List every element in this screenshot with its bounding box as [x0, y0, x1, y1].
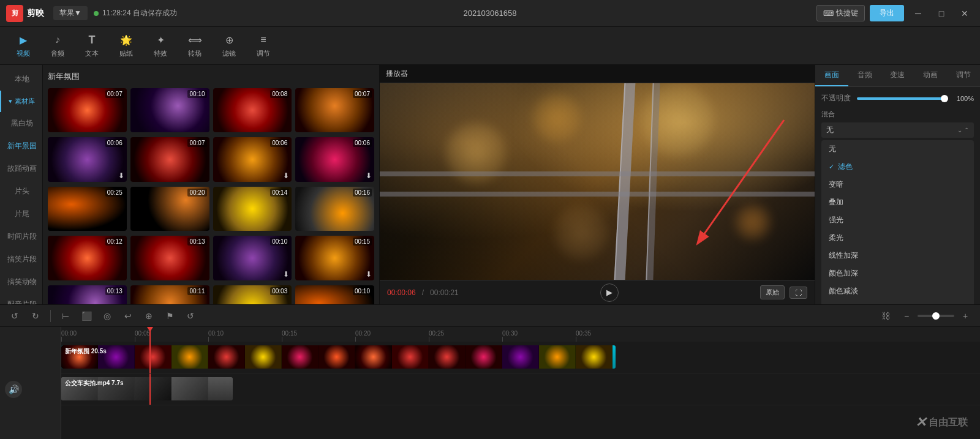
tool-sticker[interactable]: 🌟 贴纸 [109, 29, 143, 62]
blend-colordodge[interactable]: 颜色减淡 [821, 282, 974, 300]
play-button[interactable]: ▶ [600, 283, 619, 302]
redo-button[interactable]: ↻ [27, 307, 44, 325]
frame-11 [429, 345, 466, 369]
sidebar-folklore[interactable]: 故踊动画 [0, 157, 42, 180]
opacity-slider[interactable] [857, 97, 944, 100]
tool-effects-label: 特效 [154, 49, 167, 58]
menu-button[interactable]: 苹果▼ [53, 6, 88, 20]
export-button[interactable]: 导出 [870, 5, 904, 21]
material-item-19[interactable]: 00:03 [213, 285, 292, 304]
material-item-11[interactable]: 00:14 [213, 187, 292, 231]
material-item-10[interactable]: 00:20 [130, 187, 209, 231]
tool-audio[interactable]: ♪ 音频 [40, 29, 75, 62]
sidebar-newyear[interactable]: 新年景国 [0, 135, 42, 157]
material-item-2[interactable]: 00:10 [130, 88, 209, 132]
sidebar-bgm[interactable]: 配音片段 [0, 293, 42, 304]
material-item-9[interactable]: 00:25 [48, 187, 127, 231]
undo-button[interactable]: ↺ [6, 307, 23, 325]
flag-button[interactable]: ⚑ [161, 307, 178, 325]
material-item-5[interactable]: 00:06 ⬇ [48, 137, 127, 181]
sub-track: 公交车实拍.mp4 7.7s [61, 373, 980, 405]
sidebar-local[interactable]: 本地 [0, 68, 42, 91]
material-item-4[interactable]: 00:07 [295, 88, 374, 132]
link-button[interactable]: ⛓ [877, 307, 894, 325]
wm-x-icon: ✕ [915, 415, 926, 430]
fullscreen-btn[interactable]: ⛶ [790, 287, 807, 299]
material-item-18[interactable]: 00:11 [130, 285, 209, 304]
minimize-button[interactable]: ─ [909, 4, 927, 23]
material-item-6[interactable]: 00:07 [130, 137, 209, 181]
main-clip[interactable]: 新年氛围 20.5s [61, 345, 616, 369]
blend-overlay[interactable]: 叠加 [821, 193, 974, 211]
material-item-15[interactable]: 00:10 ⬇ [213, 236, 292, 280]
extra-button[interactable]: ↺ [182, 307, 199, 325]
tab-speed[interactable]: 变速 [881, 65, 914, 86]
mark-0: 00:00 [61, 330, 77, 342]
opacity-thumb[interactable] [941, 95, 948, 102]
dropdown-header[interactable]: 无 ⌄ ⌃ [821, 122, 974, 138]
material-item-3[interactable]: 00:08 [213, 88, 292, 132]
sidebar-ending[interactable]: 片尾 [0, 203, 42, 225]
blend-screen-label: 滤色 [838, 162, 853, 172]
blend-softlight[interactable]: 柔光 [821, 229, 974, 247]
original-btn[interactable]: 原始 [760, 285, 785, 299]
tab-picture[interactable]: 画面 [815, 65, 848, 86]
add-button[interactable]: ⊕ [140, 307, 157, 325]
material-item-17[interactable]: 00:13 [48, 285, 127, 304]
tool-video[interactable]: ▶ 视频 [6, 29, 40, 62]
ruler-playhead[interactable] [149, 327, 151, 342]
speaker-button[interactable]: 🔊 [5, 381, 22, 398]
project-title: 202103061658 [464, 9, 517, 18]
sidebar-opening[interactable]: 片头 [0, 180, 42, 203]
blend-linearburn-label: 线性加深 [829, 250, 858, 261]
material-item-20[interactable]: 00:10 [295, 285, 374, 304]
preview-title: 播放器 [386, 69, 408, 78]
blend-none[interactable]: 无 [821, 140, 974, 158]
right-tabs: 画面 音频 变速 动画 调节 [815, 65, 980, 87]
sidebar-funny[interactable]: 搞笑片段 [0, 248, 42, 271]
tab-animation[interactable]: 动画 [914, 65, 947, 86]
sub-clip[interactable]: 公交车实拍.mp4 7.7s [61, 377, 233, 400]
frame-8 [318, 345, 355, 369]
zoom-in-button[interactable]: + [957, 307, 974, 325]
tab-adjust[interactable]: 调节 [947, 65, 980, 86]
material-item-8[interactable]: 00:06 ⬇ [295, 137, 374, 181]
tool-transition[interactable]: ⟺ 转场 [178, 29, 212, 62]
material-item-14[interactable]: 00:13 [130, 236, 209, 280]
zoom-out-button[interactable]: − [898, 307, 915, 325]
material-item-13[interactable]: 00:12 [48, 236, 127, 280]
duration-5: 00:06 [105, 139, 124, 147]
material-item-12[interactable]: 00:16 [295, 187, 374, 231]
tool-adjust[interactable]: ≡ 调节 [246, 29, 281, 62]
duration-16: 00:15 [353, 238, 372, 246]
split-button[interactable]: ⊢ [57, 307, 74, 325]
sidebar-blackfield[interactable]: 黑白场 [0, 112, 42, 135]
expand-icon: ⌄ ⌃ [957, 127, 969, 133]
blend-section-label: 混合 [821, 110, 974, 119]
blend-colorburn[interactable]: 颜色加深 [821, 265, 974, 282]
frame-9 [355, 345, 392, 369]
tool-effects[interactable]: ✦ 特效 [143, 29, 178, 62]
crop-button[interactable]: ⬛ [78, 307, 95, 325]
tool-text[interactable]: T 文本 [75, 29, 109, 62]
tab-audio[interactable]: 音频 [848, 65, 881, 86]
close-button[interactable]: ✕ [956, 4, 974, 23]
sidebar-funnyanimals[interactable]: 搞笑动物 [0, 271, 42, 293]
material-item-7[interactable]: 00:06 ⬇ [213, 137, 292, 181]
blend-multiply[interactable]: 正片叠底 [821, 300, 974, 304]
maximize-button[interactable]: □ [932, 4, 951, 23]
sidebar-timeframe[interactable]: 时间片段 [0, 225, 42, 248]
tool-filter[interactable]: ⊕ 滤镜 [212, 29, 246, 62]
adjust-icon: ≡ [257, 33, 270, 47]
rotate-button[interactable]: ↩ [119, 307, 137, 325]
material-item-16[interactable]: 00:15 ⬇ [295, 236, 374, 280]
material-item-1[interactable]: 00:07 [48, 88, 127, 132]
blend-screen[interactable]: ✓ 滤色 [821, 158, 974, 176]
filter-icon: ⊕ [222, 33, 236, 47]
blend-darken[interactable]: 变暗 [821, 176, 974, 193]
blend-hardlight[interactable]: 强光 [821, 211, 974, 229]
shortcut-button[interactable]: ⌨ 快捷键 [816, 5, 865, 21]
loop-button[interactable]: ◎ [99, 307, 116, 325]
sidebar-material[interactable]: ▾ 素材库 [0, 91, 42, 112]
blend-linearburn[interactable]: 线性加深 [821, 247, 974, 265]
